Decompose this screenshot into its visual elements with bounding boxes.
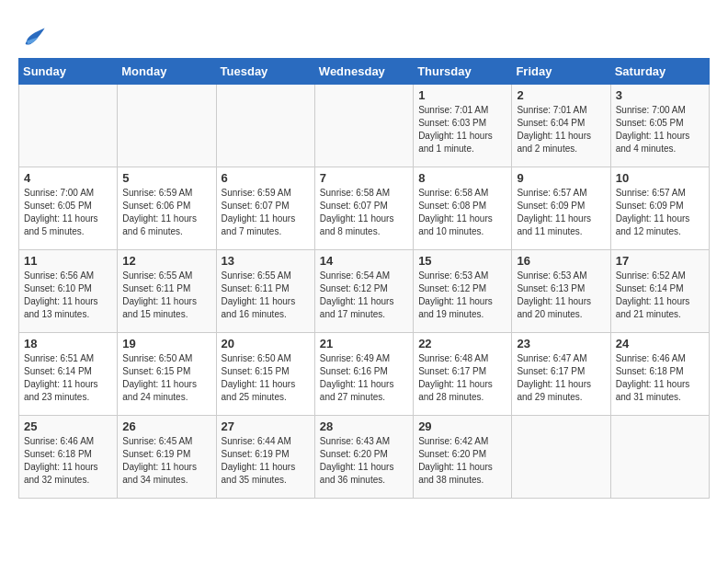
calendar-cell: 28Sunrise: 6:43 AM Sunset: 6:20 PM Dayli… xyxy=(314,416,413,499)
header-tuesday: Tuesday xyxy=(216,59,314,85)
day-info: Sunrise: 6:53 AM Sunset: 6:13 PM Dayligh… xyxy=(517,270,605,321)
calendar-cell xyxy=(216,85,314,167)
calendar-cell: 4Sunrise: 7:00 AM Sunset: 6:05 PM Daylig… xyxy=(19,167,118,250)
calendar-cell: 14Sunrise: 6:54 AM Sunset: 6:12 PM Dayli… xyxy=(314,250,413,333)
day-number: 19 xyxy=(122,337,210,350)
day-number: 5 xyxy=(122,171,210,185)
calendar-cell: 3Sunrise: 7:00 AM Sunset: 6:05 PM Daylig… xyxy=(610,85,709,167)
calendar-week-row: 18Sunrise: 6:51 AM Sunset: 6:14 PM Dayli… xyxy=(19,333,710,416)
day-number: 23 xyxy=(517,337,605,350)
day-info: Sunrise: 6:44 AM Sunset: 6:19 PM Dayligh… xyxy=(222,435,310,487)
day-number: 18 xyxy=(24,337,112,350)
logo-bird-icon xyxy=(20,23,46,49)
calendar-cell: 21Sunrise: 6:49 AM Sunset: 6:16 PM Dayli… xyxy=(314,333,413,416)
header-saturday: Saturday xyxy=(610,59,709,85)
day-number: 17 xyxy=(616,254,704,268)
header-wednesday: Wednesday xyxy=(314,59,413,85)
calendar-cell: 10Sunrise: 6:57 AM Sunset: 6:09 PM Dayli… xyxy=(610,167,709,250)
day-info: Sunrise: 6:46 AM Sunset: 6:18 PM Dayligh… xyxy=(616,352,704,404)
calendar-cell: 1Sunrise: 7:01 AM Sunset: 6:03 PM Daylig… xyxy=(414,85,512,167)
day-info: Sunrise: 6:58 AM Sunset: 6:07 PM Dayligh… xyxy=(320,187,408,238)
calendar-cell: 18Sunrise: 6:51 AM Sunset: 6:14 PM Dayli… xyxy=(19,333,118,416)
calendar-cell: 6Sunrise: 6:59 AM Sunset: 6:07 PM Daylig… xyxy=(216,167,314,250)
calendar-cell xyxy=(610,416,709,499)
day-info: Sunrise: 6:49 AM Sunset: 6:16 PM Dayligh… xyxy=(320,352,408,404)
header-sunday: Sunday xyxy=(19,59,118,85)
calendar-cell: 2Sunrise: 7:01 AM Sunset: 6:04 PM Daylig… xyxy=(512,85,610,167)
day-number: 3 xyxy=(616,88,704,102)
calendar-cell: 23Sunrise: 6:47 AM Sunset: 6:17 PM Dayli… xyxy=(512,333,610,416)
day-number: 12 xyxy=(122,254,210,268)
calendar-table: SundayMondayTuesdayWednesdayThursdayFrid… xyxy=(18,58,710,499)
day-info: Sunrise: 7:00 AM Sunset: 6:05 PM Dayligh… xyxy=(616,104,704,155)
calendar-cell: 17Sunrise: 6:52 AM Sunset: 6:14 PM Dayli… xyxy=(610,250,709,333)
header-friday: Friday xyxy=(512,59,610,85)
day-info: Sunrise: 6:42 AM Sunset: 6:20 PM Dayligh… xyxy=(418,435,506,487)
day-number: 14 xyxy=(320,254,408,268)
day-info: Sunrise: 6:55 AM Sunset: 6:11 PM Dayligh… xyxy=(222,270,310,321)
day-number: 22 xyxy=(418,337,506,350)
day-number: 2 xyxy=(517,88,605,102)
day-number: 26 xyxy=(122,419,210,433)
day-number: 21 xyxy=(320,337,408,350)
day-info: Sunrise: 6:57 AM Sunset: 6:09 PM Dayligh… xyxy=(517,187,605,238)
logo xyxy=(18,23,46,49)
day-info: Sunrise: 6:46 AM Sunset: 6:18 PM Dayligh… xyxy=(24,435,112,487)
calendar-cell xyxy=(314,85,413,167)
day-info: Sunrise: 6:56 AM Sunset: 6:10 PM Dayligh… xyxy=(24,270,112,321)
calendar-week-row: 1Sunrise: 7:01 AM Sunset: 6:03 PM Daylig… xyxy=(19,85,710,167)
day-info: Sunrise: 6:54 AM Sunset: 6:12 PM Dayligh… xyxy=(320,270,408,321)
day-number: 15 xyxy=(418,254,506,268)
day-info: Sunrise: 6:52 AM Sunset: 6:14 PM Dayligh… xyxy=(616,270,704,321)
calendar-week-row: 4Sunrise: 7:00 AM Sunset: 6:05 PM Daylig… xyxy=(19,167,710,250)
calendar-cell: 5Sunrise: 6:59 AM Sunset: 6:06 PM Daylig… xyxy=(118,167,216,250)
day-info: Sunrise: 6:50 AM Sunset: 6:15 PM Dayligh… xyxy=(122,352,210,404)
calendar-cell xyxy=(512,416,610,499)
day-info: Sunrise: 6:53 AM Sunset: 6:12 PM Dayligh… xyxy=(418,270,506,321)
header-thursday: Thursday xyxy=(414,59,512,85)
day-number: 27 xyxy=(222,419,310,433)
header-monday: Monday xyxy=(118,59,216,85)
day-number: 1 xyxy=(418,88,506,102)
day-info: Sunrise: 6:48 AM Sunset: 6:17 PM Dayligh… xyxy=(418,352,506,404)
day-number: 10 xyxy=(616,171,704,185)
day-info: Sunrise: 7:01 AM Sunset: 6:03 PM Dayligh… xyxy=(418,104,506,155)
calendar-week-row: 25Sunrise: 6:46 AM Sunset: 6:18 PM Dayli… xyxy=(19,416,710,499)
day-number: 8 xyxy=(418,171,506,185)
day-info: Sunrise: 6:51 AM Sunset: 6:14 PM Dayligh… xyxy=(24,352,112,404)
calendar-cell: 9Sunrise: 6:57 AM Sunset: 6:09 PM Daylig… xyxy=(512,167,610,250)
calendar-cell: 13Sunrise: 6:55 AM Sunset: 6:11 PM Dayli… xyxy=(216,250,314,333)
day-number: 20 xyxy=(222,337,310,350)
calendar-cell xyxy=(118,85,216,167)
day-number: 16 xyxy=(517,254,605,268)
calendar-cell xyxy=(19,85,118,167)
day-info: Sunrise: 6:57 AM Sunset: 6:09 PM Dayligh… xyxy=(616,187,704,238)
calendar-cell: 19Sunrise: 6:50 AM Sunset: 6:15 PM Dayli… xyxy=(118,333,216,416)
day-number: 7 xyxy=(320,171,408,185)
calendar-cell: 26Sunrise: 6:45 AM Sunset: 6:19 PM Dayli… xyxy=(118,416,216,499)
day-info: Sunrise: 6:59 AM Sunset: 6:07 PM Dayligh… xyxy=(222,187,310,238)
day-info: Sunrise: 6:58 AM Sunset: 6:08 PM Dayligh… xyxy=(418,187,506,238)
day-number: 29 xyxy=(418,419,506,433)
calendar-cell: 16Sunrise: 6:53 AM Sunset: 6:13 PM Dayli… xyxy=(512,250,610,333)
day-number: 24 xyxy=(616,337,704,350)
calendar-cell: 8Sunrise: 6:58 AM Sunset: 6:08 PM Daylig… xyxy=(414,167,512,250)
day-number: 13 xyxy=(222,254,310,268)
day-number: 25 xyxy=(24,419,112,433)
calendar-cell: 24Sunrise: 6:46 AM Sunset: 6:18 PM Dayli… xyxy=(610,333,709,416)
header xyxy=(18,18,710,49)
day-info: Sunrise: 6:43 AM Sunset: 6:20 PM Dayligh… xyxy=(320,435,408,487)
calendar-cell: 22Sunrise: 6:48 AM Sunset: 6:17 PM Dayli… xyxy=(414,333,512,416)
calendar-cell: 29Sunrise: 6:42 AM Sunset: 6:20 PM Dayli… xyxy=(414,416,512,499)
day-number: 4 xyxy=(24,171,112,185)
calendar-cell: 15Sunrise: 6:53 AM Sunset: 6:12 PM Dayli… xyxy=(414,250,512,333)
day-number: 9 xyxy=(517,171,605,185)
day-info: Sunrise: 6:50 AM Sunset: 6:15 PM Dayligh… xyxy=(222,352,310,404)
calendar-week-row: 11Sunrise: 6:56 AM Sunset: 6:10 PM Dayli… xyxy=(19,250,710,333)
calendar-cell: 12Sunrise: 6:55 AM Sunset: 6:11 PM Dayli… xyxy=(118,250,216,333)
day-info: Sunrise: 6:55 AM Sunset: 6:11 PM Dayligh… xyxy=(122,270,210,321)
day-info: Sunrise: 7:01 AM Sunset: 6:04 PM Dayligh… xyxy=(517,104,605,155)
day-info: Sunrise: 6:59 AM Sunset: 6:06 PM Dayligh… xyxy=(122,187,210,238)
day-number: 28 xyxy=(320,419,408,433)
day-number: 11 xyxy=(24,254,112,268)
